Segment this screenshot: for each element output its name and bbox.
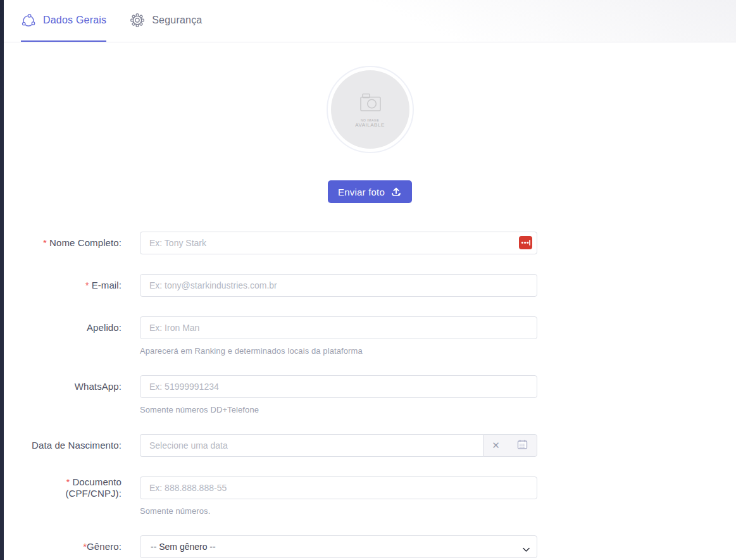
genero-select[interactable]: -- Sem gênero -- [140,535,537,558]
form-row-documento: *Documento (CPF/CNPJ): Somente números. [4,476,736,516]
tab-seguranca[interactable]: Segurança [130,0,202,42]
required-asterisk: * [85,280,89,290]
chevron-down-icon [523,544,530,554]
field-label: *Documento (CPF/CNPJ): [65,476,122,499]
form-row-nome-completo: *Nome Completo: [4,232,736,254]
field-label: Data de Nascimento: [32,440,122,451]
apelido-helper-text: Aparecerá em Ranking e determinados loca… [140,346,537,356]
gear-icon [130,13,145,28]
form-row-email: *E-mail: [4,274,736,297]
birthdate-addons: ✕ [483,434,537,457]
calendar-icon [517,439,528,452]
form-row-data-nascimento: Data de Nascimento: ✕ [4,434,736,457]
tab-label: Segurança [152,15,202,26]
field-label: *Nome Completo: [43,237,122,249]
clear-date-button[interactable]: ✕ [483,435,508,456]
profile-settings-page: Dados Gerais [4,0,736,558]
field-label: WhatsApp: [75,381,122,392]
camera-icon [356,91,385,116]
avatar-placeholder: NO IMAGE AVAILABLE [331,70,409,149]
dados-gerais-panel: NO IMAGE AVAILABLE Enviar foto [4,42,736,558]
genero-selected-value: -- Sem gênero -- [151,542,216,552]
upload-icon [390,185,402,199]
upload-button-label: Enviar foto [338,187,385,197]
upload-photo-button[interactable]: Enviar foto [328,180,412,203]
required-asterisk: * [66,476,70,487]
nome-completo-input[interactable] [140,232,537,254]
required-asterisk: * [43,237,47,248]
tab-label: Dados Gerais [43,15,106,26]
email-input[interactable] [140,274,537,297]
form-row-apelido: Apelido: Aparecerá em Ranking e determin… [4,316,736,356]
profile-tabs: Dados Gerais [4,0,736,42]
form-row-whatsapp: WhatsApp: Somente números DD+Telefone [4,375,736,414]
field-label: *Gênero: [83,541,122,552]
profile-form: *Nome Completo: *E-mail: [4,232,736,558]
field-label: Apelido: [87,322,122,333]
apelido-input[interactable] [140,316,537,339]
documento-input[interactable] [140,476,537,499]
open-calendar-button[interactable] [508,435,537,456]
field-label: *E-mail: [85,280,122,291]
avatar: NO IMAGE AVAILABLE [327,66,414,153]
profile-network-icon [21,13,36,28]
tab-dados-gerais[interactable]: Dados Gerais [21,0,106,42]
sidebar-edge-strip [0,0,4,560]
password-manager-icon[interactable] [519,236,532,249]
whatsapp-helper-text: Somente números DD+Telefone [140,405,537,414]
form-row-genero: *Gênero: -- Sem gênero -- [4,535,736,558]
clear-icon: ✕ [492,440,500,451]
documento-helper-text: Somente números. [140,506,537,516]
birthdate-input[interactable] [140,434,483,457]
whatsapp-input[interactable] [140,375,537,398]
available-text: AVAILABLE [355,122,384,128]
